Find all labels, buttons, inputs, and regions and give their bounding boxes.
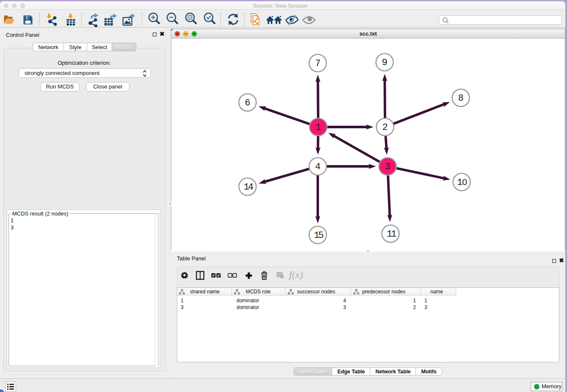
svg-text:11: 11 [387, 229, 396, 240]
svg-text:6: 6 [245, 98, 250, 108]
svg-text:9: 9 [382, 58, 387, 68]
svg-text:1: 1 [315, 122, 321, 133]
svg-text:2: 2 [382, 122, 388, 133]
svg-text:3: 3 [385, 162, 390, 172]
svg-text:8: 8 [458, 93, 463, 104]
svg-text:14: 14 [244, 182, 253, 193]
svg-text:4: 4 [315, 162, 320, 172]
svg-text:15: 15 [314, 230, 323, 241]
svg-text:0: 0 [462, 177, 467, 187]
svg-text:1: 1 [457, 177, 462, 188]
svg-text:7: 7 [315, 58, 320, 69]
